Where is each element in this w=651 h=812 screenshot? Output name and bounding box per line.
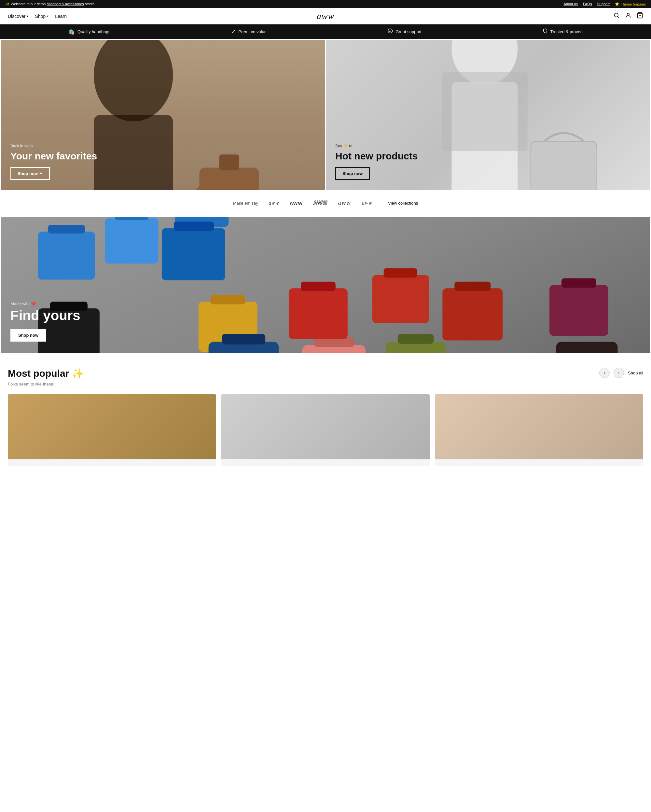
banner-eyebrow: Made with ❤️ (11, 301, 80, 306)
banner-content: Made with ❤️ Find yours Shop now (11, 301, 80, 342)
svg-rect-35 (105, 218, 158, 264)
product-grid (8, 394, 643, 466)
svg-rect-46 (454, 282, 491, 291)
svg-point-0 (614, 13, 618, 17)
announcement-link[interactable]: handbag & accessories (47, 2, 84, 6)
svg-rect-56 (301, 282, 336, 291)
section-title-group: Most popular ✨ (8, 368, 84, 379)
feature-trusted: Trusted & proven (542, 28, 583, 35)
section-title: Most popular (8, 368, 69, 379)
svg-rect-41 (199, 302, 257, 352)
svg-rect-45 (442, 288, 503, 340)
hero-left-title: Your new favorites (11, 150, 316, 162)
nav-learn[interactable]: Learn (55, 14, 67, 19)
brand-logo-2: AWW (289, 200, 303, 206)
svg-rect-43 (372, 275, 429, 323)
star-icon: ⭐ (615, 2, 619, 6)
about-link[interactable]: About us (564, 2, 578, 6)
svg-rect-48 (561, 278, 596, 288)
product-image-3 (435, 394, 643, 459)
shield-icon (542, 28, 548, 35)
banner-title: Find yours (11, 308, 80, 323)
feature-support-label: Great support (396, 29, 422, 34)
product-image-1 (8, 394, 216, 459)
product-card-1[interactable] (8, 394, 216, 466)
brand-logo-1: aww (269, 200, 279, 206)
feature-quality-label: Quality handbags (78, 29, 110, 34)
svg-rect-33 (38, 232, 95, 280)
search-icon[interactable] (613, 12, 620, 20)
theme-features-link[interactable]: ⭐ Theme features (615, 2, 646, 6)
feature-quality: 🛍️ Quality handbags (68, 29, 110, 35)
hero-right-cta[interactable]: Shop now (335, 167, 370, 180)
svg-rect-25 (175, 217, 229, 227)
announcement-bar: ✨ Welcome to our demo handbag & accessor… (0, 0, 651, 8)
svg-line-1 (618, 17, 619, 18)
header-icons (613, 12, 643, 20)
hero-left-cta[interactable]: Shop now ✦ (11, 167, 50, 180)
prev-arrow[interactable]: ‹ (599, 368, 610, 378)
brands-label: Make em say (233, 201, 258, 206)
svg-rect-54 (398, 334, 434, 344)
section-header: Most popular ✨ ‹ › Shop all (8, 368, 643, 379)
support-link[interactable]: Support (597, 2, 610, 6)
banner-background (1, 217, 650, 353)
brands-bar: Make em say aww AWW AWW aww aww View col… (0, 191, 651, 215)
svg-rect-47 (549, 285, 608, 336)
product-card-2[interactable] (222, 394, 429, 466)
hero-left-eyebrow: Back in stock (11, 144, 316, 148)
svg-rect-37 (162, 228, 225, 280)
faqs-link[interactable]: FAQs (583, 2, 592, 6)
view-collections-link[interactable]: View collections (388, 201, 418, 206)
account-icon[interactable] (625, 12, 631, 20)
feature-support: Great support (388, 28, 422, 35)
next-arrow[interactable]: › (614, 368, 624, 378)
cart-icon[interactable] (637, 12, 643, 20)
section-subtitle: Folks seem to like these! (8, 382, 643, 386)
nav-discover[interactable]: Discover (8, 14, 28, 19)
svg-point-2 (627, 13, 630, 15)
check-icon: ✓ (231, 29, 236, 35)
nav-shop[interactable]: Shop (35, 14, 49, 19)
svg-rect-38 (174, 221, 214, 231)
svg-rect-51 (302, 345, 365, 353)
svg-rect-49 (209, 342, 279, 353)
feature-bar: 🛍️ Quality handbags ✓ Premium value Grea… (0, 24, 651, 39)
svg-rect-53 (386, 342, 446, 353)
handbag-icon: 🛍️ (68, 29, 75, 35)
svg-rect-19 (442, 72, 528, 151)
main-nav: Discover Shop Learn (8, 14, 67, 19)
header: Discover Shop Learn aww (0, 8, 651, 24)
shop-all-link[interactable]: Shop all (628, 371, 643, 375)
big-banner: Made with ❤️ Find yours Shop now (1, 217, 650, 353)
hero-right-title: Hot new products (335, 150, 640, 162)
svg-point-4 (388, 29, 392, 33)
svg-rect-44 (384, 269, 417, 278)
announcement-text: ✨ Welcome to our demo handbag & accessor… (5, 2, 94, 6)
hero-left-content: Back in stock Your new favorites Shop no… (11, 144, 316, 180)
sparkle-icon: ✨ (72, 368, 84, 379)
product-image-2 (222, 394, 429, 459)
brand-logo-4: aww (338, 200, 351, 206)
most-popular-section: Most popular ✨ ‹ › Shop all Folks seem t… (0, 355, 651, 472)
feature-value-label: Premium value (238, 29, 267, 34)
section-nav: ‹ › Shop all (599, 368, 643, 378)
site-logo[interactable]: aww (317, 11, 334, 21)
banner-cta[interactable]: Shop now (11, 329, 46, 342)
brand-logo-3: AWW (313, 200, 328, 206)
smile-icon (388, 28, 393, 35)
brand-logo-5: aww (362, 200, 372, 206)
svg-rect-55 (289, 288, 348, 339)
svg-rect-52 (314, 337, 354, 347)
hero-right-content: Say 👋 to Hot new products Shop now (335, 144, 640, 180)
product-card-3[interactable] (435, 394, 643, 466)
hero-grid: Back in stock Your new favorites Shop no… (1, 40, 650, 190)
feature-trusted-label: Trusted & proven (550, 29, 583, 34)
svg-rect-20 (1, 217, 650, 353)
hero-right: Say 👋 to Hot new products Shop now (326, 40, 650, 190)
svg-rect-57 (556, 342, 617, 353)
announcement-links: About us FAQs Support ⭐ Theme features (564, 2, 646, 6)
svg-rect-50 (222, 334, 265, 345)
svg-rect-36 (115, 217, 148, 220)
svg-rect-34 (48, 225, 85, 234)
